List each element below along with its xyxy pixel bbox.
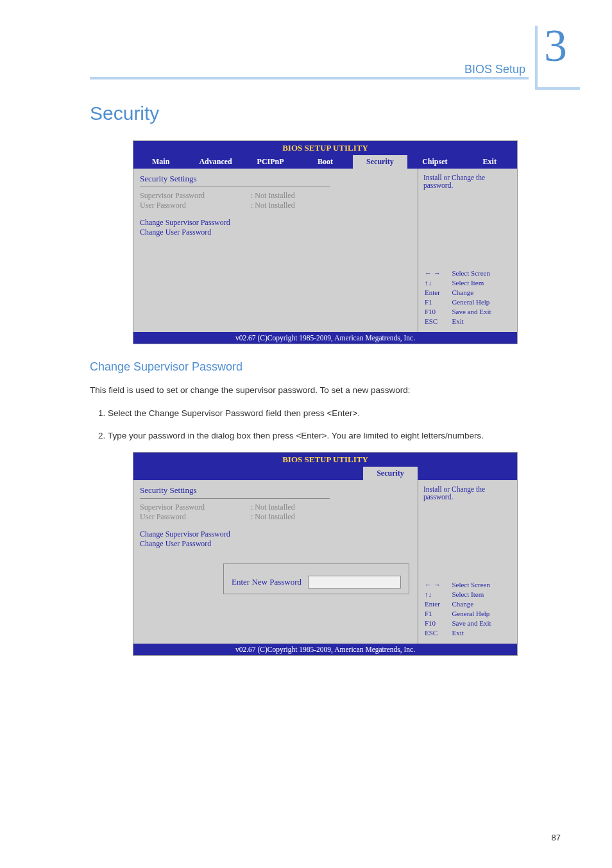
header-rule (90, 77, 529, 79)
key-arrows-lr-desc: Select Screen (452, 269, 511, 278)
page-header: BIOS Setup 3 (90, 38, 561, 90)
bios-right-panel: Install or Change the password. ← →Selec… (418, 169, 517, 332)
key-arrows-ud: ↑↓ (425, 279, 450, 287)
divider (140, 498, 330, 499)
bios-tabs: Security (133, 467, 517, 480)
supervisor-password-value: : Not Installed (251, 503, 295, 512)
change-supervisor-password[interactable]: Change Supervisor Password (140, 530, 411, 539)
key-enter: Enter (425, 600, 450, 608)
supervisor-password-row: Supervisor Password : Not Installed (140, 503, 411, 512)
supervisor-password-row: Supervisor Password : Not Installed (140, 191, 411, 201)
key-arrows-ud-desc: Select Item (452, 590, 511, 599)
change-user-password[interactable]: Change User Password (140, 539, 411, 549)
key-arrows-lr-desc: Select Screen (452, 581, 511, 589)
subsection-title: Change Supervisor Password (90, 360, 561, 374)
key-arrows-lr: ← → (425, 581, 450, 589)
password-input[interactable] (308, 576, 401, 588)
page-number: 87 (552, 833, 561, 842)
help-text: Install or Change the password. (423, 485, 512, 501)
bios-footer: v02.67 (C)Copyright 1985-2009, American … (133, 644, 517, 655)
key-esc: ESC (425, 317, 450, 326)
chapter-label: BIOS Setup (464, 63, 525, 76)
key-f1-desc: General Help (452, 610, 511, 618)
tab-boot[interactable]: Boot (298, 155, 352, 169)
step-2: Type your password in the dialog box the… (108, 429, 561, 443)
supervisor-password-value: : Not Installed (251, 191, 295, 200)
tab-advanced[interactable]: Advanced (188, 155, 242, 169)
bios-right-panel: Install or Change the password. ← →Selec… (418, 480, 517, 644)
user-password-row: User Password : Not Installed (140, 201, 411, 210)
bios-tabs: Main Advanced PCIPnP Boot Security Chips… (133, 155, 517, 169)
security-settings-heading: Security Settings (140, 174, 411, 185)
key-enter-desc: Change (452, 288, 511, 297)
user-password-label: User Password (140, 512, 249, 522)
key-enter: Enter (425, 288, 450, 297)
key-enter-desc: Change (452, 600, 511, 608)
key-arrows-ud-desc: Select Item (452, 279, 511, 287)
key-f10: F10 (425, 308, 450, 316)
bios-left-panel: Security Settings Supervisor Password : … (133, 169, 418, 332)
key-esc-desc: Exit (452, 629, 511, 637)
key-f1: F1 (425, 610, 450, 618)
subsection-intro: This field is used to set or change the … (90, 383, 561, 397)
security-settings-heading: Security Settings (140, 485, 411, 497)
user-password-row: User Password : Not Installed (140, 512, 411, 522)
change-supervisor-password[interactable]: Change Supervisor Password (140, 218, 411, 228)
supervisor-password-label: Supervisor Password (140, 191, 249, 201)
key-arrows-lr: ← → (425, 269, 450, 278)
tab-spacer-right (418, 467, 517, 480)
bios-title: BIOS SETUP UTILITY (133, 141, 517, 155)
bios-title: BIOS SETUP UTILITY (133, 453, 517, 467)
key-legend: ← →Select Screen ↑↓Select Item EnterChan… (423, 268, 512, 327)
tab-security[interactable]: Security (363, 467, 418, 480)
key-esc-desc: Exit (452, 317, 511, 326)
steps-list: Select the Change Supervisor Password fi… (90, 406, 561, 443)
tab-main[interactable]: Main (133, 155, 188, 169)
key-arrows-ud: ↑↓ (425, 590, 450, 599)
bios-screenshot-1: BIOS SETUP UTILITY Main Advanced PCIPnP … (133, 140, 518, 344)
key-f10-desc: Save and Exit (452, 308, 511, 316)
key-f1-desc: General Help (452, 298, 511, 306)
supervisor-password-label: Supervisor Password (140, 503, 249, 512)
step-1: Select the Change Supervisor Password fi… (108, 406, 561, 421)
tab-chipset[interactable]: Chipset (407, 155, 462, 169)
chapter-number: 3 (544, 19, 567, 72)
tab-exit[interactable]: Exit (463, 155, 517, 169)
key-f10-desc: Save and Exit (452, 619, 511, 628)
user-password-value: : Not Installed (251, 201, 295, 210)
bios-footer: v02.67 (C)Copyright 1985-2009, American … (133, 332, 517, 344)
key-legend: ← →Select Screen ↑↓Select Item EnterChan… (423, 580, 512, 638)
key-esc: ESC (425, 629, 450, 637)
divider (140, 187, 330, 187)
bios-screenshot-2: BIOS SETUP UTILITY Security Security Set… (133, 452, 518, 656)
user-password-value: : Not Installed (251, 512, 295, 521)
bios-left-panel: Security Settings Supervisor Password : … (133, 480, 418, 644)
change-user-password[interactable]: Change User Password (140, 228, 411, 237)
tab-security[interactable]: Security (353, 155, 407, 169)
key-f1: F1 (425, 298, 450, 306)
help-text: Install or Change the password. (423, 174, 512, 189)
tab-pcipnp[interactable]: PCIPnP (243, 155, 298, 169)
user-password-label: User Password (140, 201, 249, 210)
tab-spacer (133, 467, 363, 480)
enter-password-dialog: Enter New Password (223, 563, 409, 594)
section-title: Security (90, 103, 561, 124)
key-f10: F10 (425, 619, 450, 628)
dialog-label: Enter New Password (232, 577, 302, 587)
